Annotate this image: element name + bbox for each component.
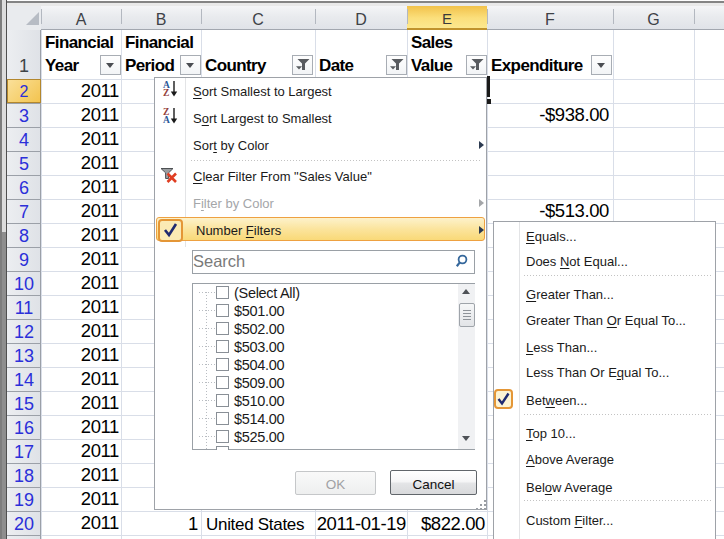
svg-text:A: A	[163, 115, 170, 124]
svg-text:Z: Z	[163, 88, 169, 97]
